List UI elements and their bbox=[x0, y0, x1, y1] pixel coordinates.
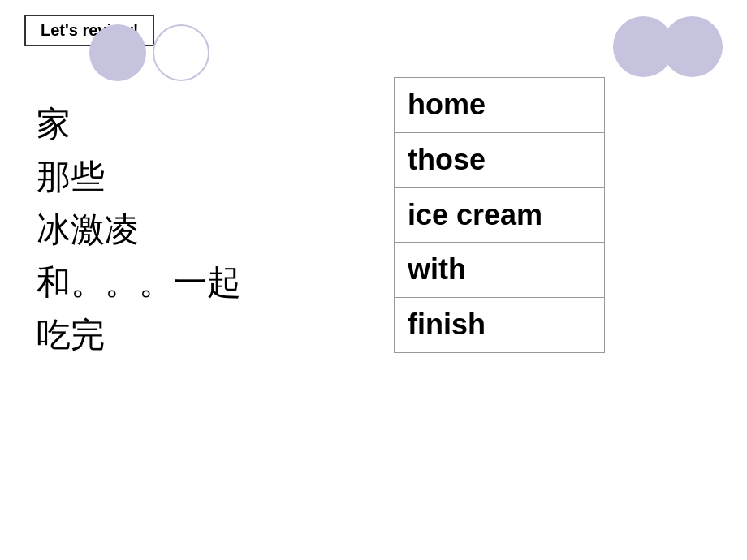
english-column: home those ice cream with finish bbox=[394, 77, 605, 353]
english-box-3: ice cream bbox=[394, 188, 605, 243]
english-box-4: with bbox=[394, 243, 605, 298]
english-box-5: finish bbox=[394, 298, 605, 353]
chinese-item-1: 家 bbox=[37, 97, 241, 150]
decorative-circles-left bbox=[89, 24, 209, 81]
decorative-circles-right bbox=[613, 16, 723, 77]
circle-left-1 bbox=[89, 24, 146, 81]
chinese-item-2: 那些 bbox=[37, 150, 241, 203]
circle-right-2 bbox=[662, 16, 723, 77]
english-box-2: those bbox=[394, 133, 605, 188]
chinese-item-4: 和。。。一起 bbox=[37, 256, 241, 308]
circle-left-2 bbox=[153, 24, 209, 81]
chinese-column: 家 那些 冰激凌 和。。。一起 吃完 bbox=[37, 97, 241, 361]
chinese-item-3: 冰激凌 bbox=[37, 203, 241, 256]
chinese-item-5: 吃完 bbox=[37, 308, 241, 361]
english-box-1: home bbox=[394, 77, 605, 133]
